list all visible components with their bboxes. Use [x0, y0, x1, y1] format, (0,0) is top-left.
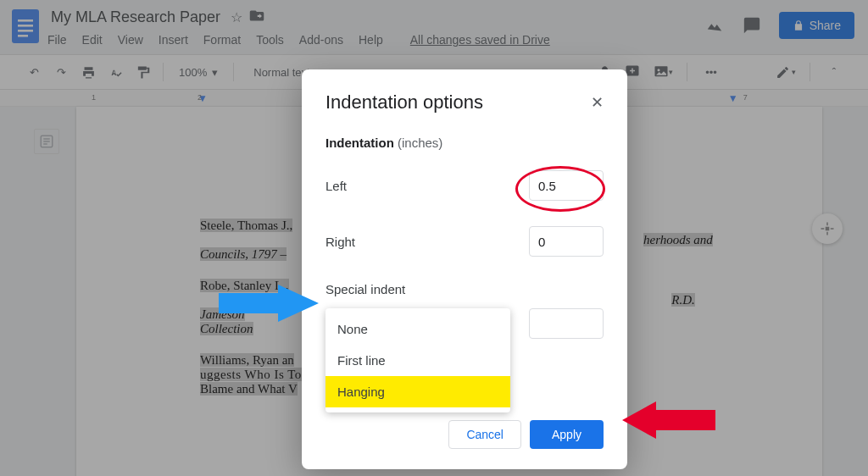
- section-label: Indentation: [326, 136, 394, 150]
- cancel-button[interactable]: Cancel: [448, 420, 521, 449]
- dropdown-menu: None First line Hanging: [326, 308, 510, 412]
- right-indent-input[interactable]: [529, 226, 604, 257]
- close-icon[interactable]: ✕: [591, 93, 604, 112]
- option-hanging[interactable]: Hanging: [326, 376, 510, 407]
- app-root: My MLA Research Paper ☆ File Edit View I…: [0, 0, 868, 476]
- left-indent-input[interactable]: [529, 170, 604, 201]
- indentation-options-dialog: Indentation options ✕ Indentation (inche…: [302, 69, 627, 469]
- right-indent-label: Right: [326, 235, 355, 249]
- dialog-title: Indentation options: [326, 91, 483, 113]
- special-indent-value-input[interactable]: [529, 308, 604, 339]
- option-first-line[interactable]: First line: [326, 345, 510, 376]
- section-unit: (inches): [398, 136, 442, 150]
- option-none[interactable]: None: [326, 313, 510, 345]
- left-indent-label: Left: [326, 179, 347, 193]
- apply-button[interactable]: Apply: [530, 420, 604, 449]
- section-heading: Indentation (inches): [326, 136, 604, 150]
- special-indent-label: Special indent: [326, 282, 604, 296]
